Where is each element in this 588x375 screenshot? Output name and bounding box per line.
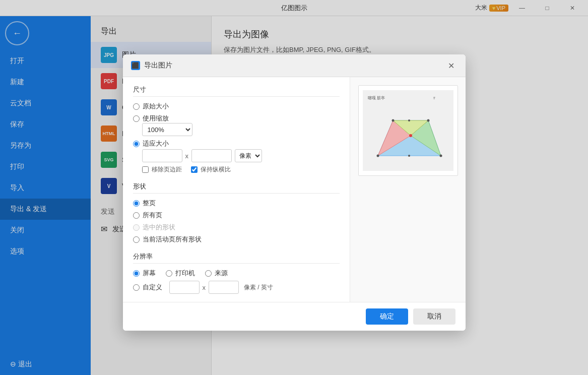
dialog-title-icon: ⬛ [131,61,140,70]
size-option-original[interactable]: 原始大小 [133,102,340,111]
scale-select[interactable]: 100% 50% 200% [142,123,192,136]
dialog-overlay: ⬛ 导出图片 ✕ 尺寸 原始大小 使用缩放 [0,0,588,375]
svg-point-14 [408,155,410,157]
preview-svg: 噻嘎 脏亭 ff [363,90,453,171]
res-radio-printer[interactable] [166,270,172,277]
svg-point-9 [439,155,442,157]
dialog-form: 尺寸 原始大小 使用缩放 100% 50% 2 [123,77,350,302]
size-radio-group: 原始大小 使用缩放 100% 50% 200% [133,102,340,174]
svg-point-12 [408,119,410,121]
shape-option-currentpage[interactable]: 当前活动页所有形状 [133,235,340,244]
res-option-source[interactable]: 来源 [205,269,228,278]
size-radio-scale[interactable] [133,115,140,122]
size-option-scale[interactable]: 使用缩放 [133,114,340,123]
svg-point-13 [377,155,379,157]
size-fit-row: 适应大小 1551 x 784 像素 英寸 [133,139,340,174]
size-radio-original[interactable] [133,103,140,110]
size-scale-row: 使用缩放 100% 50% 200% [133,114,340,136]
resolution-section: 分辨率 屏幕 打印机 来源 [133,252,340,294]
shape-section: 形状 整页 所有页 选中的形状 [133,182,340,244]
resolution-section-title: 分辨率 [133,252,340,264]
shape-section-title: 形状 [133,182,340,194]
shape-radio-group: 整页 所有页 选中的形状 当前活动页所有形状 [133,199,340,244]
shape-radio-currentpage[interactable] [133,236,140,243]
svg-point-7 [409,134,412,137]
res-radio-source[interactable] [205,270,212,277]
size-x-separator: x [185,152,189,160]
size-input-row: 1551 x 784 像素 英寸 [142,149,340,162]
svg-point-11 [427,119,429,122]
height-input[interactable]: 784 [191,149,232,162]
size-section-title: 尺寸 [133,85,340,97]
size-option-fit[interactable]: 适应大小 [133,139,340,148]
width-input[interactable]: 1551 [142,149,182,162]
remove-margin-checkbox[interactable] [142,166,149,173]
dialog-preview: 噻嘎 脏亭 ff [350,77,466,302]
res-input-1[interactable]: 96 [169,281,200,294]
size-radio-fit[interactable] [133,141,140,147]
shape-option-fullpage[interactable]: 整页 [133,199,340,208]
res-radio-screen[interactable] [133,270,140,277]
res-radio-custom[interactable] [133,284,140,291]
keep-ratio-checkbox[interactable] [191,166,198,173]
dialog-header: ⬛ 导出图片 ✕ [123,54,466,77]
res-input-2[interactable]: 96 [209,281,239,294]
unit-select[interactable]: 像素 英寸 [235,149,262,162]
res-option-printer[interactable]: 打印机 [166,269,195,278]
cancel-button[interactable]: 取消 [413,308,455,325]
confirm-button[interactable]: 确定 [366,308,408,325]
shape-radio-fullpage[interactable] [133,200,140,207]
dialog-close-button[interactable]: ✕ [445,59,458,72]
margin-checkbox-row: 移除页边距 保持纵横比 [142,165,340,174]
dialog-footer: 确定 取消 [123,302,466,331]
shape-option-allpages[interactable]: 所有页 [133,211,340,220]
preview-box: 噻嘎 脏亭 ff [358,85,458,176]
resolution-custom-row: 自定义 96 x 96 像素 / 英寸 [133,281,340,294]
dialog-body: 尺寸 原始大小 使用缩放 100% 50% 2 [123,77,466,302]
shape-option-selected[interactable]: 选中的形状 [133,223,340,232]
res-option-screen[interactable]: 屏幕 [133,269,156,278]
export-dialog: ⬛ 导出图片 ✕ 尺寸 原始大小 使用缩放 [123,54,466,331]
res-option-custom[interactable]: 自定义 [133,283,162,292]
svg-text:ff: ff [433,96,435,100]
shape-radio-selected [133,224,140,231]
res-unit-label: 像素 / 英寸 [244,283,273,292]
resolution-radio-row: 屏幕 打印机 来源 [133,269,340,278]
svg-point-10 [391,119,394,122]
res-x-separator: x [203,284,206,291]
svg-text:噻嘎 脏亭: 噻嘎 脏亭 [368,96,385,100]
dialog-title: ⬛ 导出图片 [131,61,172,70]
shape-radio-allpages[interactable] [133,212,140,219]
